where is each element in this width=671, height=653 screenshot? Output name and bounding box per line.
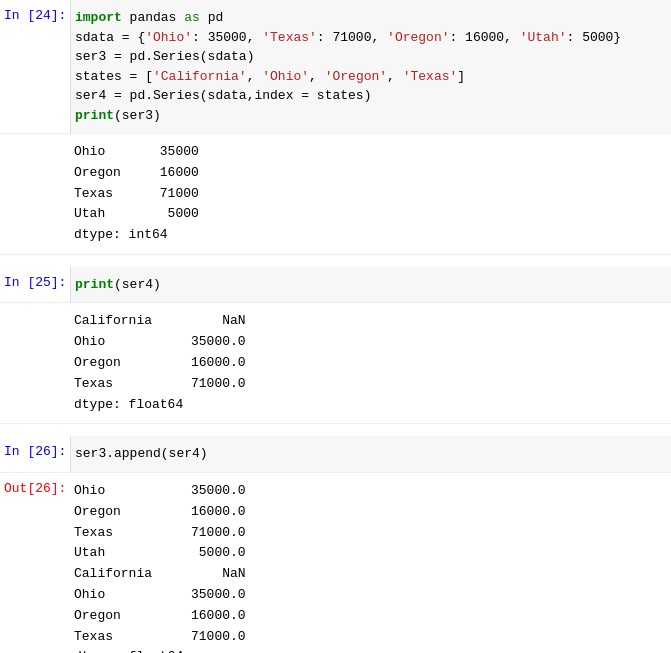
cell-25-output: California NaN Ohio 35000.0 Oregon 16000… [0,303,671,424]
output-24: Ohio 35000 Oregon 16000 Texas 71000 Utah… [74,142,663,246]
output-25: California NaN Ohio 35000.0 Oregon 16000… [74,311,663,415]
code-block-26: ser3.append(ser4) [75,444,663,464]
cell-26-output: Out[26]: Ohio 35000.0 Oregon 16000.0 Tex… [0,473,671,653]
cell-25-label: In [25]: [0,267,70,303]
cell-24-label: In [24]: [0,0,70,133]
cell-24-output: Ohio 35000 Oregon 16000 Texas 71000 Utah… [0,134,671,255]
code-block-24: import pandas as pd sdata = {'Ohio': 350… [75,8,663,125]
cell-26-label: In [26]: [0,436,70,472]
cell-26-code[interactable]: ser3.append(ser4) [70,436,671,472]
cell-24-out-label [0,134,70,254]
output-26: Ohio 35000.0 Oregon 16000.0 Texas 71000.… [74,481,663,653]
code-block-25: print(ser4) [75,275,663,295]
cell-24-out-content: Ohio 35000 Oregon 16000 Texas 71000 Utah… [70,134,671,254]
cell-25-input: In [25]: print(ser4) [0,267,671,304]
cell-25-out-content: California NaN Ohio 35000.0 Oregon 16000… [70,303,671,423]
cell-24-input: In [24]: import pandas as pd sdata = {'O… [0,0,671,134]
cell-26-input: In [26]: ser3.append(ser4) [0,436,671,473]
cell-25-out-label [0,303,70,423]
notebook: In [24]: import pandas as pd sdata = {'O… [0,0,671,653]
cell-24-code[interactable]: import pandas as pd sdata = {'Ohio': 350… [70,0,671,133]
cell-25-code[interactable]: print(ser4) [70,267,671,303]
cell-26-out-label: Out[26]: [0,473,70,653]
cell-26-out-content: Ohio 35000.0 Oregon 16000.0 Texas 71000.… [70,473,671,653]
